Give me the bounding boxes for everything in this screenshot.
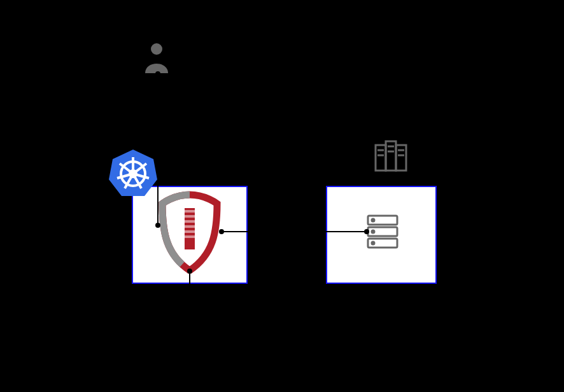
user-icon bbox=[144, 41, 169, 73]
keeper-shield-icon bbox=[155, 191, 225, 274]
upload-api-label: upload API bbox=[35, 113, 78, 123]
svg-point-31 bbox=[372, 219, 374, 221]
svg-rect-16 bbox=[185, 225, 195, 228]
kubernetes-cluster-label: Kubernetes cluster bbox=[167, 172, 274, 186]
svg-rect-12 bbox=[185, 205, 195, 208]
ceph-cluster-label: Ceph cluster bbox=[417, 165, 488, 180]
keeper-label: keeper bbox=[174, 285, 202, 295]
ceph-rgw-server-icon bbox=[367, 214, 398, 249]
svg-rect-21 bbox=[396, 145, 406, 171]
connector-user-keeper bbox=[157, 74, 159, 225]
ceph-rgw-label: ceph-rgw bbox=[363, 285, 400, 295]
browser-upload-label: browser upload bbox=[35, 102, 96, 112]
s3-rest-label: S3 / REST bbox=[267, 243, 309, 253]
svg-rect-17 bbox=[185, 230, 195, 233]
svg-rect-19 bbox=[376, 145, 386, 171]
svg-rect-14 bbox=[185, 215, 195, 218]
server-rack-icon bbox=[369, 139, 411, 174]
svg-rect-18 bbox=[185, 235, 195, 238]
svg-point-0 bbox=[151, 43, 162, 55]
svg-point-33 bbox=[372, 242, 374, 244]
connector-keeper-mariadb bbox=[189, 271, 190, 353]
svg-point-32 bbox=[372, 230, 374, 233]
connector-upload-api-tick bbox=[102, 109, 158, 110]
kubernetes-icon bbox=[107, 148, 159, 200]
svg-rect-13 bbox=[185, 210, 195, 213]
svg-rect-15 bbox=[185, 220, 195, 223]
connector-keeper-ceph bbox=[222, 231, 367, 232]
user-label: User bbox=[175, 51, 194, 61]
